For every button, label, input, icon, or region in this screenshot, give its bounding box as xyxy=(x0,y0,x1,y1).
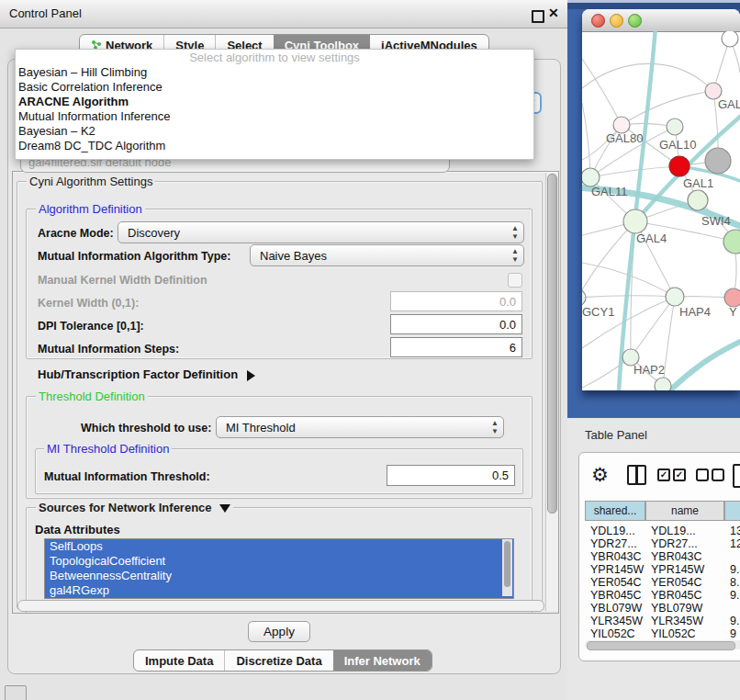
zoom-traffic-light[interactable] xyxy=(628,14,642,28)
bottom-left-cut-button[interactable] xyxy=(5,685,27,700)
network-node[interactable] xyxy=(582,168,600,186)
network-node[interactable] xyxy=(724,288,740,307)
table-panel: ⚙ ✓ ✓ shared...name YDL19...YDL19...13YD… xyxy=(578,452,740,661)
bottom-tab-impute-data[interactable]: Impute Data xyxy=(134,650,224,671)
which-threshold-combo[interactable]: MI Threshold▲▼ xyxy=(216,416,504,438)
mi-type-combo[interactable]: Naive Bayes▲▼ xyxy=(250,244,524,266)
dropdown-item-bayesian-k2[interactable]: Bayesian – K2 xyxy=(16,124,533,139)
mi-threshold-group-title: MI Threshold Definition xyxy=(44,442,172,456)
table-cell[interactable]: YBR043C xyxy=(651,550,723,563)
table-cell[interactable]: YER054C xyxy=(651,576,723,589)
kernel-width-field[interactable]: 0.0 xyxy=(390,291,522,311)
deselect-checkbox-icon-2[interactable] xyxy=(712,469,724,481)
table-cell[interactable]: 9. xyxy=(730,563,740,576)
new-table-icon[interactable] xyxy=(733,464,740,488)
network-node[interactable] xyxy=(667,119,683,135)
network-node[interactable] xyxy=(655,378,671,390)
close-traffic-light[interactable] xyxy=(591,14,605,28)
dropdown-item-dream8-dc-tdc-algorithm[interactable]: Dream8 DC_TDC Algorithm xyxy=(16,139,533,153)
dropdown-item-basic-correlation-inference[interactable]: Basic Correlation Inference xyxy=(16,80,533,95)
network-window: GALGAL80GAL10GAL1GAL11SWI4GAL4GCY1HAP4YH… xyxy=(582,9,740,390)
cyni-algorithm-settings-title: Cyni Algorithm Settings xyxy=(27,175,155,188)
network-canvas[interactable]: GALGAL80GAL10GAL1GAL11SWI4GAL4GCY1HAP4YH… xyxy=(582,31,740,390)
expanded-arrow-icon xyxy=(219,504,230,513)
mi-threshold-field[interactable]: 0.5 xyxy=(387,465,515,486)
bottom-tab-discretize-data[interactable]: Discretize Data xyxy=(224,650,332,671)
table-cell[interactable]: 9. xyxy=(730,589,740,602)
network-node-label: GAL10 xyxy=(659,138,696,152)
table-cell[interactable]: YDR27... xyxy=(651,537,723,550)
table-cell[interactable]: 12 xyxy=(730,537,740,550)
hub-definition-toggle[interactable]: Hub/Transcription Factor Definition xyxy=(38,367,255,381)
attribute-item-selfloops[interactable]: SelfLoops xyxy=(45,539,513,554)
table-cell[interactable]: YBL079W xyxy=(590,602,644,615)
bottom-tab-label: Discretize Data xyxy=(236,654,321,668)
deselect-checkbox-icon[interactable] xyxy=(696,469,709,481)
table-cell[interactable]: YBL079W xyxy=(651,602,723,615)
table-cell[interactable] xyxy=(730,602,740,615)
network-node[interactable] xyxy=(666,288,684,306)
collapsed-arrow-icon xyxy=(247,370,255,381)
float-window-icon[interactable] xyxy=(532,10,544,23)
table-horizontal-scrollbar[interactable] xyxy=(585,640,740,649)
table-column-header-cut[interactable] xyxy=(724,501,740,521)
table-cell[interactable]: YIL052C xyxy=(651,627,723,640)
network-node[interactable] xyxy=(623,209,647,233)
network-node[interactable] xyxy=(688,190,708,210)
table-cell[interactable]: YBR045C xyxy=(590,589,644,602)
table-cell[interactable]: YDL19... xyxy=(651,525,723,537)
network-node[interactable] xyxy=(723,230,740,254)
table-cell[interactable]: 13 xyxy=(730,525,740,537)
network-node-label: GCY1 xyxy=(582,305,614,319)
table-cell[interactable]: YDL19... xyxy=(590,525,644,537)
settings-horizontal-scrollbar[interactable] xyxy=(17,600,544,612)
bottom-tab-infer-network[interactable]: Infer Network xyxy=(333,650,432,671)
table-column-header-shared...[interactable]: shared... xyxy=(585,501,645,521)
table-cell[interactable] xyxy=(730,550,740,563)
table-cell[interactable]: YDR27... xyxy=(590,537,644,550)
close-icon[interactable]: ✕ xyxy=(548,6,559,20)
manual-kernel-checkbox[interactable] xyxy=(508,273,522,288)
select-all-checkbox-icon-2[interactable]: ✓ xyxy=(673,469,686,481)
table-cell[interactable]: YPR145W xyxy=(590,563,644,576)
table-settings-gear-icon[interactable]: ⚙ xyxy=(591,465,609,484)
mi-steps-field[interactable]: 6 xyxy=(390,337,522,357)
mi-type-label: Mutual Information Algorithm Type: xyxy=(38,250,230,263)
attribute-item-betweennesscentrality[interactable]: BetweennessCentrality xyxy=(45,569,513,583)
dropdown-item-mutual-information-inference[interactable]: Mutual Information Inference xyxy=(16,109,533,124)
minimize-traffic-light[interactable] xyxy=(610,14,623,28)
table-cell[interactable]: 9 xyxy=(730,627,740,640)
network-node[interactable] xyxy=(722,31,738,47)
network-node[interactable] xyxy=(705,148,731,174)
algorithm-definition-title: Algorithm Definition xyxy=(36,202,145,216)
settings-scroll-thumb[interactable] xyxy=(547,174,557,514)
sources-title: Sources for Network Inference xyxy=(39,501,212,514)
network-window-titlebar[interactable] xyxy=(582,9,740,32)
table-cell[interactable]: 9. xyxy=(730,615,740,627)
table-cell[interactable]: YIL052C xyxy=(590,627,644,640)
table-cell[interactable]: YLR345W xyxy=(590,615,644,627)
attr-list-scrollbar[interactable] xyxy=(502,539,512,596)
aracne-mode-combo[interactable]: Discovery▲▼ xyxy=(118,221,524,243)
aracne-mode-value: Discovery xyxy=(128,226,180,240)
sources-toggle[interactable]: Sources for Network Inference xyxy=(36,501,233,514)
table-cell[interactable]: YPR145W xyxy=(651,563,723,576)
apply-button[interactable]: Apply xyxy=(248,621,310,642)
data-attributes-list[interactable]: SelfLoopsTopologicalCoefficientBetweenne… xyxy=(44,538,514,599)
dpi-tolerance-field[interactable]: 0.0 xyxy=(390,314,522,334)
table-column-header-name[interactable]: name xyxy=(645,501,724,521)
split-columns-icon[interactable] xyxy=(627,465,646,485)
dropdown-item-bayesian-hill-climbing[interactable]: Bayesian – Hill Climbing xyxy=(16,65,533,80)
table-cell[interactable]: YBR043C xyxy=(590,550,644,563)
table-cell[interactable]: YBR045C xyxy=(651,589,723,602)
table-cell[interactable]: YLR345W xyxy=(651,615,723,627)
network-edge-thick xyxy=(670,342,740,390)
attribute-item-gal4rgexp[interactable]: gal4RGexp xyxy=(45,583,513,598)
table-cell[interactable]: YER054C xyxy=(590,576,644,589)
attribute-item-topologicalcoefficient[interactable]: TopologicalCoefficient xyxy=(45,554,513,569)
dropdown-item-aracne-algorithm[interactable]: ARACNE Algorithm xyxy=(16,95,533,109)
network-node[interactable] xyxy=(582,289,586,306)
network-node[interactable] xyxy=(669,156,690,176)
select-all-checkbox-icon[interactable]: ✓ xyxy=(657,469,670,481)
table-cell[interactable]: 8. xyxy=(730,576,740,589)
